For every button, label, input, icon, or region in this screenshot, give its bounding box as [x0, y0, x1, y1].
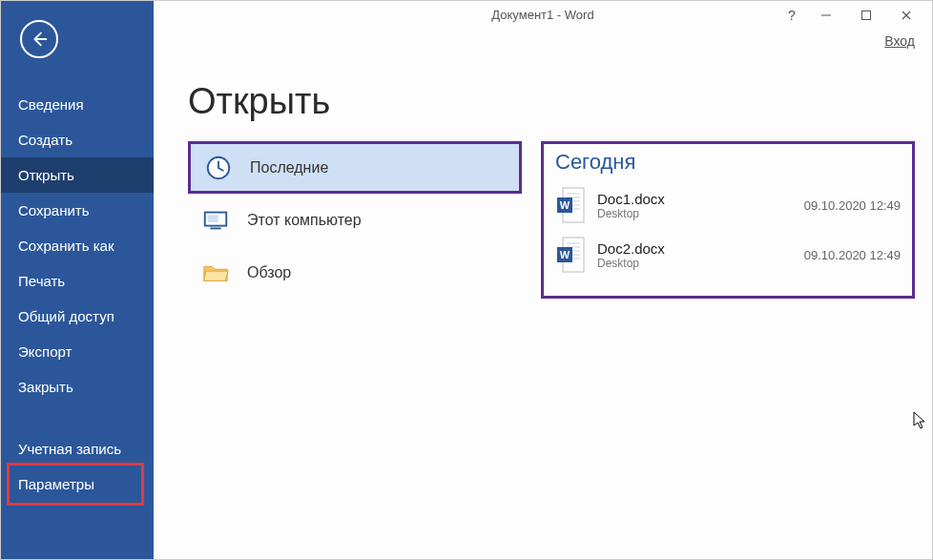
sidebar-item-new[interactable]: Создать	[1, 122, 154, 157]
sidebar-label: Экспорт	[18, 343, 72, 360]
file-date: 09.10.2020 12:49	[804, 198, 901, 213]
svg-text:W: W	[560, 199, 570, 211]
word-file-icon: W	[555, 236, 588, 274]
file-name: Doc1.docx	[597, 191, 795, 207]
file-date: 09.10.2020 12:49	[804, 248, 901, 262]
file-row[interactable]: W Doc2.docx Desktop 09.10.2020 12:49	[555, 230, 901, 280]
cursor-icon	[913, 411, 928, 430]
place-label: Последние	[250, 159, 328, 176]
svg-rect-4	[208, 215, 218, 222]
place-recent[interactable]: Последние	[188, 141, 522, 194]
page-title: Открыть	[188, 81, 932, 122]
sidebar-label: Параметры	[18, 476, 94, 492]
back-button[interactable]	[20, 20, 58, 58]
close-button[interactable]	[886, 5, 926, 26]
file-meta: Doc1.docx Desktop	[597, 191, 795, 220]
signin-label: Вход	[884, 33, 915, 49]
computer-icon	[201, 206, 230, 235]
sidebar-label: Открыть	[18, 167, 74, 183]
sidebar-item-export[interactable]: Экспорт	[1, 334, 154, 369]
file-meta: Doc2.docx Desktop	[597, 240, 795, 270]
sidebar-item-save[interactable]: Сохранить	[1, 193, 154, 228]
file-location: Desktop	[597, 207, 795, 220]
place-label: Обзор	[247, 264, 291, 281]
places-list: Последние Этот компьютер Обзор	[188, 141, 522, 299]
sidebar-item-info[interactable]: Сведения	[1, 87, 154, 122]
main-panel: Документ1 - Word ? Вход Открыть	[154, 1, 932, 559]
sidebar-item-close[interactable]: Закрыть	[1, 369, 154, 404]
minimize-icon	[820, 10, 832, 21]
file-location: Desktop	[597, 257, 795, 270]
sidebar-label: Создать	[18, 132, 73, 148]
maximize-icon	[860, 10, 872, 21]
file-row[interactable]: W Doc1.docx Desktop 09.10.2020 12:49	[555, 180, 901, 230]
minimize-button[interactable]	[806, 5, 846, 26]
sidebar-label: Печать	[18, 273, 65, 289]
sidebar-item-share[interactable]: Общий доступ	[1, 299, 154, 334]
word-file-icon: W	[555, 186, 588, 224]
app-window: Сведения Создать Открыть Сохранить Сохра…	[0, 0, 933, 560]
file-name: Doc2.docx	[597, 240, 795, 257]
sidebar-item-print[interactable]: Печать	[1, 263, 154, 299]
svg-rect-1	[862, 11, 871, 20]
place-thispc[interactable]: Этот компьютер	[188, 194, 522, 246]
recent-files-panel: Сегодня W Doc1.docx Desktop	[541, 141, 915, 299]
folder-icon	[201, 259, 230, 287]
maximize-button[interactable]	[846, 5, 886, 26]
arrow-left-icon	[29, 29, 50, 50]
sidebar-item-account[interactable]: Учетная запись	[1, 431, 154, 467]
sidebar-item-saveas[interactable]: Сохранить как	[1, 228, 154, 263]
sidebar-label: Сохранить как	[18, 238, 114, 254]
svg-rect-5	[210, 227, 220, 229]
signin-link[interactable]: Вход	[884, 33, 915, 49]
clock-icon	[204, 154, 233, 182]
sidebar-item-open[interactable]: Открыть	[1, 157, 154, 193]
sidebar-label: Учетная запись	[18, 441, 121, 457]
sidebar-label: Закрыть	[18, 379, 73, 395]
close-icon	[901, 10, 912, 21]
place-browse[interactable]: Обзор	[188, 246, 522, 299]
sidebar-label: Общий доступ	[18, 308, 114, 324]
sidebar-item-options[interactable]: Параметры	[1, 467, 154, 502]
backstage-sidebar: Сведения Создать Открыть Сохранить Сохра…	[1, 1, 154, 559]
open-content: Последние Этот компьютер Обзор Сего	[188, 141, 932, 299]
titlebar: Документ1 - Word ?	[154, 1, 932, 28]
help-icon: ?	[788, 8, 796, 23]
place-label: Этот компьютер	[247, 212, 362, 229]
svg-text:W: W	[560, 249, 570, 260]
sidebar-label: Сохранить	[18, 202, 90, 218]
window-title: Документ1 - Word	[491, 8, 593, 22]
help-button[interactable]: ?	[778, 5, 806, 26]
sidebar-label: Сведения	[18, 96, 84, 113]
file-group-title: Сегодня	[555, 150, 901, 175]
